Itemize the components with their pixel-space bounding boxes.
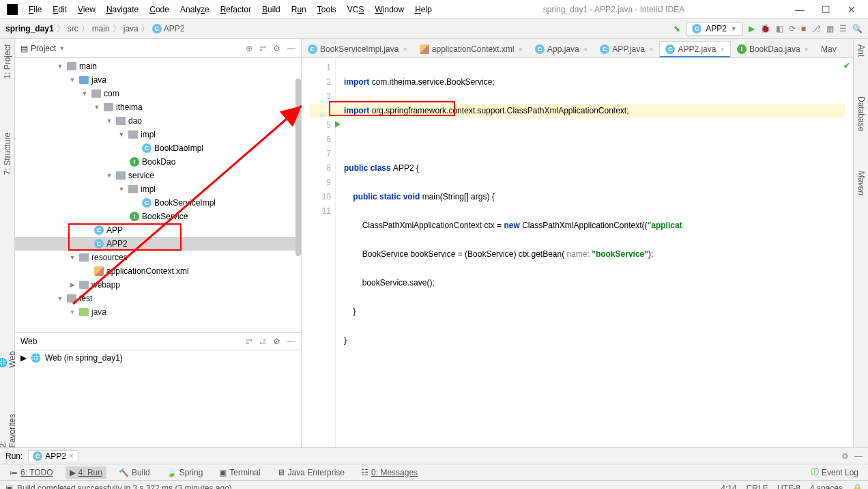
- menu-help[interactable]: Help: [411, 3, 436, 16]
- panel-hide-icon[interactable]: —: [287, 44, 295, 53]
- main-area: 1: Project 7: Structure ▤ Project ▼ ⊕ ⥂ …: [0, 39, 868, 447]
- code-body[interactable]: import com.itheima.service.BookService; …: [336, 58, 853, 447]
- minimize-button[interactable]: —: [792, 4, 808, 15]
- run-button[interactable]: ▶: [749, 24, 755, 33]
- web-panel-title[interactable]: Web: [20, 337, 37, 346]
- status-indent[interactable]: 4 spaces: [810, 484, 843, 490]
- bt-terminal[interactable]: ▣ Terminal: [215, 466, 264, 479]
- breadcrumb-src[interactable]: src: [68, 24, 78, 33]
- bt-eventlog[interactable]: ⓘ Event Log: [807, 465, 863, 479]
- tree-test-java[interactable]: java: [91, 307, 106, 317]
- web-settings-icon[interactable]: ⚙: [273, 337, 280, 346]
- status-windows-icon[interactable]: ▣: [5, 484, 13, 490]
- tree-scrollbar[interactable]: [295, 58, 301, 332]
- stop-button[interactable]: ■: [801, 24, 806, 33]
- bt-spring[interactable]: 🍃 Spring: [162, 466, 207, 479]
- status-encoding[interactable]: UTF-8: [777, 484, 800, 490]
- run-tab[interactable]: CAPP2×: [28, 450, 78, 462]
- menu-vcs[interactable]: VCS: [343, 3, 368, 16]
- tree-test[interactable]: test: [79, 294, 92, 303]
- tree-bookdaoimpl[interactable]: BookDaoImpl: [154, 143, 203, 153]
- run-settings-icon[interactable]: ⚙: [841, 451, 849, 461]
- main-menu: File Edit View Navigate Code Analyze Ref…: [25, 3, 436, 16]
- tab-bookdao[interactable]: IBookDao.java×: [731, 41, 815, 57]
- tree-bookdao[interactable]: BookDao: [142, 157, 175, 167]
- tree-webapp[interactable]: webapp: [91, 280, 120, 290]
- profile-button[interactable]: ⟳: [789, 24, 796, 33]
- tree-bookservice[interactable]: BookService: [142, 212, 188, 221]
- breadcrumb-main[interactable]: main: [92, 24, 110, 33]
- web-collapse-icon[interactable]: ⥄: [259, 337, 266, 346]
- tree-service-impl[interactable]: impl: [141, 184, 156, 194]
- tree-resources[interactable]: resources: [91, 253, 128, 262]
- menu-code[interactable]: Code: [145, 3, 173, 16]
- web-hide-icon[interactable]: —: [287, 337, 295, 346]
- debug-button[interactable]: 🐞: [760, 24, 770, 33]
- maximize-button[interactable]: ☐: [818, 4, 834, 15]
- locate-icon[interactable]: ⊕: [246, 44, 252, 53]
- menu-analyze[interactable]: Analyze: [176, 3, 214, 16]
- bt-todo[interactable]: ≔ 6: TODO: [5, 466, 57, 479]
- navigation-bar: spring_day1 〉 src 〉 main 〉 java 〉 CAPP2 …: [0, 19, 868, 39]
- tool-database[interactable]: Database: [855, 94, 867, 134]
- bt-build[interactable]: 🔨 Build: [115, 466, 154, 479]
- panel-settings-icon[interactable]: ⚙: [273, 44, 280, 53]
- structure-icon[interactable]: ☰: [839, 24, 847, 33]
- bt-java-enterprise[interactable]: 🖥 Java Enterprise: [273, 466, 349, 479]
- vcs-icon[interactable]: ⎇: [811, 24, 821, 33]
- project-panel-title[interactable]: ▤ Project ▼: [20, 44, 65, 53]
- menu-refactor[interactable]: Refactor: [216, 3, 255, 16]
- status-position[interactable]: 4:14: [721, 484, 736, 490]
- expand-icon[interactable]: ⥂: [259, 44, 266, 53]
- tab-applicationcontext[interactable]: applicationContext.xml×: [414, 41, 529, 57]
- breadcrumb-root[interactable]: spring_day1: [5, 24, 54, 33]
- tree-java[interactable]: java: [91, 75, 106, 85]
- search-icon[interactable]: 🔍: [852, 24, 863, 33]
- tree-dao[interactable]: dao: [128, 116, 142, 126]
- tab-bookserviceimpl[interactable]: CBookServiceImpl.java×: [302, 41, 414, 57]
- breadcrumb-java[interactable]: java: [124, 24, 139, 33]
- tree-bookserviceimpl[interactable]: BookServiceImpl: [154, 198, 216, 208]
- close-button[interactable]: ✕: [843, 4, 860, 15]
- tool-project[interactable]: 1: Project: [1, 42, 14, 82]
- run-hide-icon[interactable]: —: [854, 451, 863, 461]
- coverage-button[interactable]: ◧: [776, 24, 783, 33]
- settings-icon[interactable]: ▦: [826, 24, 834, 33]
- tree-app2[interactable]: APP2: [106, 239, 128, 249]
- tool-structure[interactable]: 7: Structure: [1, 130, 14, 178]
- tree-dao-impl[interactable]: impl: [141, 130, 156, 139]
- tab-more[interactable]: Mav: [815, 41, 843, 57]
- tab-app2-java[interactable]: CAPP2.java×: [659, 41, 730, 57]
- menu-navigate[interactable]: Navigate: [102, 3, 143, 16]
- tree-main[interactable]: main: [79, 61, 97, 71]
- tree-app[interactable]: APP: [106, 225, 123, 235]
- menu-file[interactable]: File: [25, 3, 46, 16]
- build-icon[interactable]: ⬊: [674, 24, 680, 33]
- web-expand-icon[interactable]: ⥂: [246, 337, 252, 346]
- status-line-sep[interactable]: CRLF: [747, 484, 768, 490]
- web-item[interactable]: Web (in spring_day1): [45, 353, 123, 363]
- tab-app-java-2[interactable]: CAPP.java×: [594, 41, 659, 57]
- status-lock-icon[interactable]: 🔒: [852, 484, 863, 490]
- code-editor[interactable]: 1 2 3 4 5 6 7 8 9 10 11 💡 import com.ith…: [302, 58, 853, 447]
- tab-app-java-1[interactable]: CApp.java×: [529, 41, 594, 57]
- menu-tools[interactable]: Tools: [313, 3, 341, 16]
- bt-run[interactable]: ▶ 4: Run: [66, 466, 106, 479]
- tree-itheima[interactable]: itheima: [116, 102, 143, 112]
- tree-com[interactable]: com: [104, 89, 119, 98]
- breadcrumb-class[interactable]: CAPP2: [152, 24, 185, 33]
- tool-ant[interactable]: Ant: [855, 42, 867, 59]
- menu-window[interactable]: Window: [371, 3, 408, 16]
- tree-service[interactable]: service: [128, 171, 154, 180]
- menu-run[interactable]: Run: [287, 3, 310, 16]
- run-config-selector[interactable]: CAPP2▼: [686, 22, 743, 36]
- tool-favorites[interactable]: 2: Favorites: [0, 409, 17, 447]
- tree-appctx[interactable]: applicationContext.xml: [106, 266, 189, 276]
- menu-edit[interactable]: Edit: [48, 3, 71, 16]
- tool-maven[interactable]: Maven: [855, 168, 867, 198]
- project-tree[interactable]: ▼main ▼java ▼com ▼itheima ▼dao ▼impl CBo…: [15, 58, 301, 332]
- tool-web[interactable]: 🌐 Web: [0, 341, 17, 368]
- menu-build[interactable]: Build: [258, 3, 285, 16]
- bt-messages[interactable]: ☷ 0: Messages: [357, 466, 422, 479]
- menu-view[interactable]: View: [74, 3, 100, 16]
